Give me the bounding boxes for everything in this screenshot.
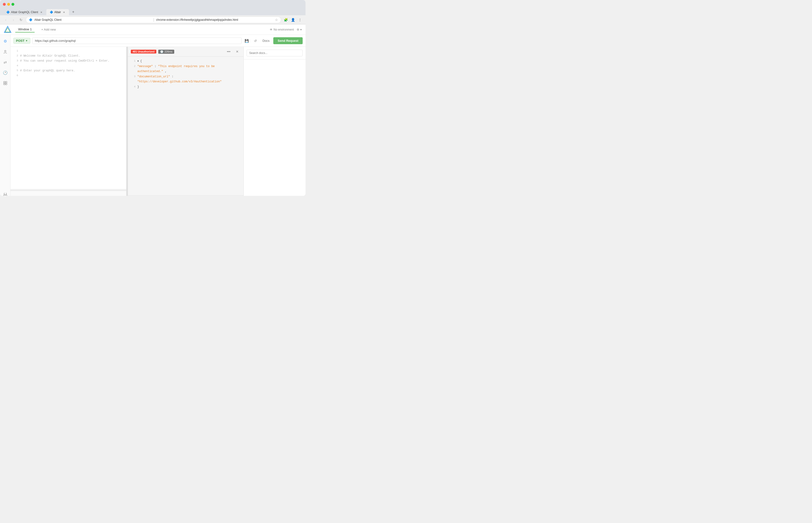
method-label: POST bbox=[16, 39, 24, 42]
response-panel: 401 Unauthorized 🕐 226ms ••• ✕ 1 bbox=[128, 47, 244, 196]
svg-point-2 bbox=[4, 50, 6, 52]
url-text: chrome-extension://flnheeellpcjglgpaodhk… bbox=[156, 18, 273, 21]
clock-icon: 🕐 bbox=[160, 50, 164, 53]
docs-search-input[interactable] bbox=[247, 50, 303, 56]
chevron-down-icon: ▾ bbox=[300, 28, 302, 31]
query-editor: 1 2 # Welcome to Altair GraphQL Client. … bbox=[11, 47, 127, 196]
request-actions: 💾 ↺ Docs Send Request bbox=[243, 37, 303, 44]
editor-line-6: 6 bbox=[11, 73, 126, 78]
docs-button[interactable]: Docs bbox=[261, 38, 271, 43]
header-right: 👁 No environment ⚙ ▾ bbox=[270, 28, 302, 31]
response-footer: ⬇ DOWNLOAD bbox=[128, 195, 244, 196]
browser-actions: 🧩 👤 ⋮ bbox=[283, 17, 303, 22]
reload-button[interactable]: ↺ bbox=[252, 37, 259, 44]
forward-button[interactable]: › bbox=[11, 17, 16, 23]
sidebar: ⚙ ⇄ 🕐 bbox=[0, 35, 11, 196]
sidebar-icon-headers[interactable]: ⇄ bbox=[2, 59, 8, 66]
tab1-label: Altair GraphQL Client bbox=[11, 11, 38, 14]
resp-line-3: 3 "documentation_url" : "https://develop… bbox=[128, 74, 244, 84]
variables-label[interactable]: VARIABLES bbox=[13, 195, 30, 196]
close-button[interactable] bbox=[3, 3, 6, 6]
sidebar-icon-import[interactable] bbox=[2, 191, 8, 196]
close-response-button[interactable]: ✕ bbox=[234, 48, 241, 55]
time-badge: 🕐 226ms bbox=[158, 50, 174, 54]
response-header: 401 Unauthorized 🕐 226ms ••• ✕ bbox=[128, 47, 244, 57]
eye-off-icon: 👁 bbox=[270, 28, 272, 31]
collapse-icon[interactable]: ▼ bbox=[137, 60, 140, 62]
svg-rect-6 bbox=[5, 83, 7, 85]
response-actions: ••• ✕ bbox=[225, 48, 241, 55]
traffic-lights[interactable] bbox=[3, 3, 14, 6]
address-lock-icon: 🔷 bbox=[29, 18, 33, 21]
tab2-label: Altair bbox=[54, 11, 61, 14]
more-actions-button[interactable]: ••• bbox=[225, 48, 232, 55]
tab2-close[interactable]: ✕ bbox=[62, 11, 65, 14]
variables-panel[interactable]: VARIABLES bbox=[11, 191, 126, 196]
site-name: Altair GraphQL Client bbox=[34, 18, 151, 21]
tabs-bar: 🔷 Altair GraphQL Client ✕ 🔷 Altair ✕ + bbox=[0, 8, 305, 15]
response-body: 1 ▼ { 2 "message" : "This endpoin bbox=[128, 57, 244, 195]
resp-line-2: 2 "message" : "This endpoint requires yo… bbox=[128, 64, 244, 74]
sidebar-icon-history[interactable]: 🕐 bbox=[2, 69, 8, 76]
request-bar: POST ▼ 💾 ↺ Docs Send Request bbox=[11, 35, 305, 47]
address-box[interactable]: 🔷 Altair GraphQL Client | chrome-extensi… bbox=[26, 17, 281, 23]
editor-line-4: 4 bbox=[11, 64, 126, 68]
editor-line-5: 5 # Enter your graphQL query here. bbox=[11, 68, 126, 73]
docs-panel bbox=[243, 47, 305, 196]
sidebar-icon-auth[interactable] bbox=[2, 48, 8, 55]
editor-line-1: 1 bbox=[11, 49, 126, 54]
no-env-label: No environment bbox=[273, 28, 294, 31]
response-time: 226ms bbox=[165, 50, 172, 53]
query-editor-content[interactable]: 1 2 # Welcome to Altair GraphQL Client. … bbox=[11, 47, 126, 189]
tab2-favicon: 🔷 bbox=[50, 11, 53, 14]
svg-rect-4 bbox=[5, 82, 7, 83]
method-button[interactable]: POST ▼ bbox=[13, 38, 30, 44]
new-tab-button[interactable]: + bbox=[70, 8, 77, 15]
save-button[interactable]: 💾 bbox=[243, 37, 250, 44]
add-new-button[interactable]: + Add new bbox=[38, 27, 59, 32]
maximize-button[interactable] bbox=[12, 3, 14, 6]
bookmark-icon[interactable]: ☆ bbox=[275, 18, 278, 22]
resp-line-4: 4 } bbox=[128, 84, 244, 90]
send-request-button[interactable]: Send Request bbox=[273, 37, 303, 44]
settings-button[interactable]: ⚙ ▾ bbox=[297, 28, 302, 31]
app-header: Window 1 + Add new 👁 No environment ⚙ ▾ bbox=[0, 24, 305, 35]
no-environment[interactable]: 👁 No environment bbox=[270, 28, 294, 31]
sidebar-icon-settings[interactable]: ⚙ bbox=[2, 38, 8, 44]
refresh-button[interactable]: ↻ bbox=[18, 17, 24, 23]
url-input[interactable] bbox=[32, 37, 241, 44]
tab1-favicon: 🔷 bbox=[6, 11, 10, 14]
gear-icon: ⚙ bbox=[297, 28, 299, 31]
method-dropdown-icon: ▼ bbox=[25, 39, 28, 42]
svg-rect-5 bbox=[4, 83, 5, 85]
profile-icon[interactable]: 👤 bbox=[290, 17, 296, 22]
app-logo bbox=[4, 26, 12, 33]
status-badge: 401 Unauthorized bbox=[131, 50, 156, 54]
editor-line-3: 3 # You can send your request using CmdO… bbox=[11, 58, 126, 64]
docs-search bbox=[244, 47, 305, 59]
address-bar-row: ‹ › ↻ 🔷 Altair GraphQL Client | chrome-e… bbox=[0, 15, 305, 24]
tab1-close[interactable]: ✕ bbox=[40, 11, 43, 14]
editor-panels: 1 2 # Welcome to Altair GraphQL Client. … bbox=[11, 47, 305, 196]
tab-altair[interactable]: 🔷 Altair ✕ bbox=[46, 9, 69, 15]
address-separator: | bbox=[153, 18, 154, 22]
sidebar-icon-plugins[interactable] bbox=[2, 80, 8, 87]
svg-rect-3 bbox=[4, 82, 5, 83]
tab-altair-graphql-client[interactable]: 🔷 Altair GraphQL Client ✕ bbox=[3, 9, 46, 15]
window-tab[interactable]: Window 1 bbox=[15, 26, 35, 33]
back-button[interactable]: ‹ bbox=[3, 17, 8, 23]
resp-line-1: 1 ▼ { bbox=[128, 58, 244, 64]
editor-line-2: 2 # Welcome to Altair GraphQL Client. bbox=[11, 54, 126, 58]
minimize-button[interactable] bbox=[7, 3, 10, 6]
main-area: ⚙ ⇄ 🕐 POST ▼ bbox=[0, 35, 305, 196]
extension-icon[interactable]: 🧩 bbox=[283, 17, 288, 22]
content-area: POST ▼ 💾 ↺ Docs Send Request 1 bbox=[11, 35, 305, 196]
menu-icon[interactable]: ⋮ bbox=[297, 17, 303, 22]
